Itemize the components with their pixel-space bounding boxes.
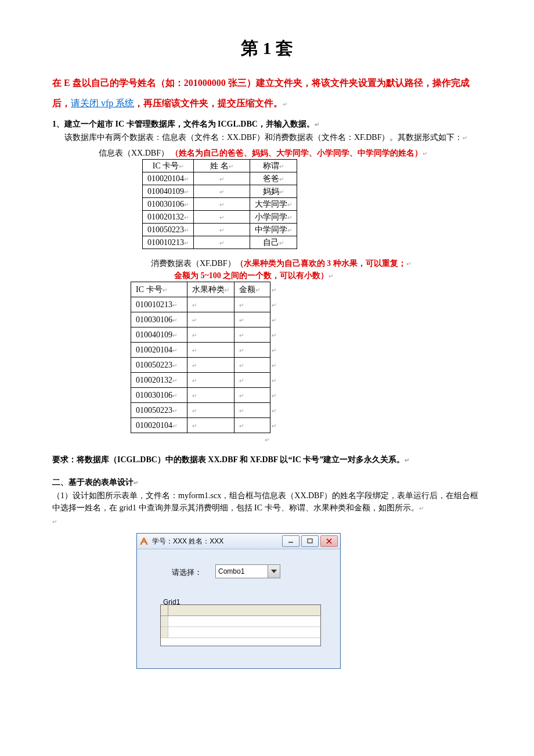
col-ic: IC 卡号↵ [143,160,194,172]
table-row: 010010213↵↵↵↵ [131,297,278,312]
svg-marker-4 [271,570,277,573]
table-row: 010050223↵↵↵↵ [131,403,278,418]
info-table: IC 卡号↵ 姓 名↵ 称谓↵ 010020104↵↵爸爸↵ 010040109… [142,159,297,249]
col-name: 姓 名↵ [194,160,250,172]
intro-link-vfp: vfp [99,98,116,108]
table-row: 010020132↵↵↵↵ [131,373,278,388]
grid-control[interactable]: Grid1 [160,604,321,646]
q2-heading: 二、基于表的表单设计↵ [52,476,482,488]
return-mark: ↵ [283,101,287,107]
table-row: 010040109↵↵↵↵ [131,327,278,343]
table-row: 010040109↵↵妈妈↵ [143,185,297,198]
col-rel: 称谓↵ [250,160,297,172]
table-row: 010010213↵↵自己↵ [143,236,297,249]
intro-link-close: 请关闭 [71,98,99,108]
form-body: 请选择： Combo1 Grid1 [137,549,340,668]
form-titlebar: 学号：XXX 姓名：XXX [137,534,340,549]
table-header-row: IC 卡号↵ 姓 名↵ 称谓↵ [143,160,297,172]
q1-heading: 1、建立一个超市 IC 卡管理数据库，文件名为 ICGL.DBC，并输入数据。↵ [52,118,482,130]
table-row: 010050223↵↵↵↵ [131,358,278,373]
q2-desc: （1）设计如图所示表单，文件名：myform1.scx，组合框与信息表（XX.D… [52,489,482,514]
xf-table-caption: 消费数据表（XF.DBF）（水果种类为自己喜欢的 3 种水果，可以重复；↵ [151,257,482,269]
return-mark: ↵ [52,519,57,525]
col-amount: 金额↵ [234,282,270,297]
form-title-text: 学号：XXX 姓名：XXX [152,536,223,546]
intro-link-system: 系统 [116,98,134,108]
foxpro-icon [139,537,149,546]
grid-label: Grid1 [163,597,180,607]
return-mark: ↵ [265,437,269,443]
intro-paragraph: 在 E 盘以自己的学号姓名（如：201000000 张三）建立文件夹，将该文件夹… [52,73,482,113]
table-row: 010020104↵↵爸爸↵ [143,172,297,185]
chevron-down-icon[interactable] [268,565,280,578]
table-row: 010050223↵↵中学同学↵ [143,224,297,236]
q1-desc: 该数据库中有两个数据表：信息表（文件名：XX.DBF）和消费数据表（文件名：XF… [52,131,482,143]
close-button[interactable] [320,535,338,547]
table-row: 010020104↵↵↵↵ [131,418,278,433]
svg-rect-1 [308,539,312,543]
table-row: 010030106↵↵↵↵ [131,388,278,403]
table-row: 010020104↵↵↵↵ [131,343,278,358]
table-row: 010030106↵↵↵↵ [131,312,278,327]
minimize-button[interactable] [282,535,300,547]
combo-box[interactable]: Combo1 [215,564,280,578]
intro-seg2: ，再压缩该文件夹，提交压缩文件。 [134,98,283,108]
xf-table: IC 卡号↵ 水果种类↵ 金额↵ ↵ 010010213↵↵↵↵ 0100301… [131,282,277,433]
info-table-caption: 信息表（XX.DBF） （姓名为自己的爸爸、妈妈、大学同学、小学同学、中学同学的… [99,147,482,159]
table-header-row: IC 卡号↵ 水果种类↵ 金额↵ ↵ [131,282,278,297]
col-ic: IC 卡号↵ [131,282,187,297]
table-row: 010020132↵↵小学同学↵ [143,211,297,224]
table-row: 010030106↵↵大学同学↵ [143,198,297,211]
select-label: 请选择： [172,567,202,578]
q1-requirement: 要求：将数据库（ICGL.DBC）中的数据表 XX.DBF 和 XF.DBF 以… [52,453,482,466]
maximize-button[interactable] [301,535,319,547]
col-type: 水果种类↵ [187,282,234,297]
form-mockup: 学号：XXX 姓名：XXX 请选择： Combo1 Grid1 [136,533,341,669]
page-title: 第 1 套 [52,35,482,61]
combo-text: Combo1 [216,566,244,577]
xf-table-caption-line2: 金额为 5~100 之间的一个数，可以有小数）↵ [174,269,482,282]
